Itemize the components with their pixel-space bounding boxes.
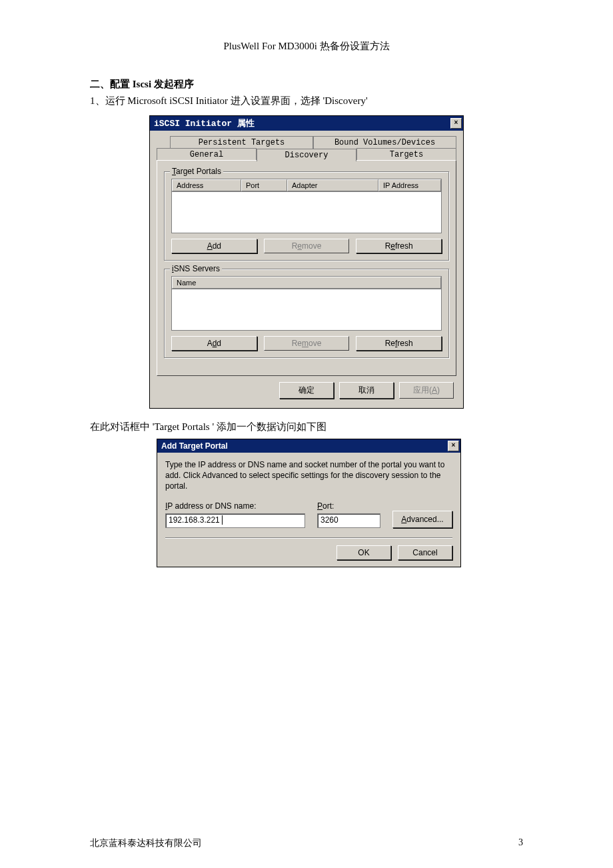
add-target-portal-button[interactable]: Add [171, 239, 257, 253]
col-address[interactable]: Address [172, 179, 241, 191]
port-input[interactable]: 3260 [317, 513, 380, 528]
col-name[interactable]: Name [172, 277, 441, 289]
col-port[interactable]: Port [241, 179, 287, 191]
tab-persistent-targets[interactable]: Persistent Targets [170, 136, 313, 149]
add-isns-button[interactable]: Add [171, 336, 257, 351]
footer-company: 北京蓝科泰达科技有限公司 [90, 837, 202, 849]
dialog-titlebar: iSCSI Initiator 属性 × [150, 116, 463, 131]
dialog2-description: Type the IP address or DNS name and sock… [165, 459, 452, 492]
dialog2-title: Add Target Portal [161, 441, 228, 451]
col-adapter[interactable]: Adapter [287, 179, 378, 191]
ok-button[interactable]: OK [336, 545, 391, 560]
tab-general[interactable]: General [157, 148, 257, 161]
tab-bound-volumes[interactable]: Bound Volumes/Devices [313, 136, 456, 149]
doc-header: PlusWell For MD3000i 热备份设置方法 [90, 40, 523, 53]
section-title: 二、配置 Iscsi 发起程序 [90, 78, 523, 91]
advanced-button[interactable]: Advanced... [392, 511, 452, 528]
apply-button: 应用(A) [399, 382, 454, 399]
isns-servers-group: iSNS Servers Name Add Remove Refresh [164, 269, 449, 358]
group-legend-target-portals: Target Portals [170, 167, 223, 176]
port-label: Port: [317, 501, 380, 511]
group-legend-isns: iSNS Servers [170, 264, 222, 273]
add-target-portal-dialog: Add Target Portal × Type the IP address … [157, 439, 461, 567]
divider [165, 537, 452, 539]
isns-servers-list[interactable]: Name [171, 276, 442, 331]
refresh-isns-button[interactable]: Refresh [356, 336, 442, 351]
close-icon[interactable]: × [448, 441, 459, 451]
ok-button[interactable]: 确定 [279, 382, 334, 399]
mid-instruction-text: 在此对话框中 'Target Portals ' 添加一个数据访问如下图 [90, 421, 523, 433]
step-1-text: 1、运行 Microsoft iSCSI Initiator 进入设置界面，选择… [90, 95, 523, 107]
tab-discovery[interactable]: Discovery [257, 149, 356, 161]
remove-target-portal-button: Remove [264, 239, 350, 253]
ip-address-label: IP address or DNS name: [165, 501, 305, 511]
cancel-button[interactable]: 取消 [339, 382, 394, 399]
cancel-button[interactable]: Cancel [398, 545, 452, 560]
refresh-target-portal-button[interactable]: Refresh [356, 239, 442, 253]
close-icon[interactable]: × [450, 118, 462, 129]
footer-page-number: 3 [518, 837, 523, 849]
target-portals-list[interactable]: Address Port Adapter IP Address [171, 179, 442, 233]
iscsi-properties-dialog: iSCSI Initiator 属性 × Persistent Targets … [149, 115, 464, 409]
remove-isns-button: Remove [264, 336, 350, 351]
ip-address-input[interactable]: 192.168.3.221 [165, 513, 305, 528]
dialog2-titlebar: Add Target Portal × [157, 439, 460, 453]
target-portals-group: Target Portals Address Port Adapter IP A… [164, 171, 449, 261]
dialog-title: iSCSI Initiator 属性 [154, 117, 255, 129]
col-ip-address[interactable]: IP Address [378, 179, 441, 191]
tab-targets[interactable]: Targets [356, 148, 456, 161]
